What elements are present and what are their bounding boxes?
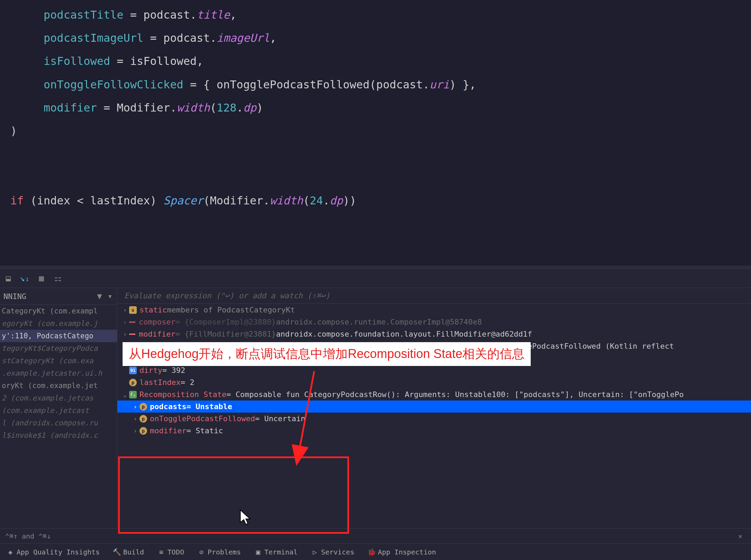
annotation-arrow (183, 369, 321, 470)
code-line-7: if (index < lastIndex) Spacer(Modifier.w… (0, 189, 751, 212)
var-static[interactable]: › s static members of PodcastCategoryKt (117, 304, 751, 316)
bug-icon: 🐞 (368, 549, 375, 556)
code-line-3: isFollowed = isFollowed, (0, 50, 751, 73)
expand-arrow[interactable]: › (131, 415, 139, 422)
mouse-cursor (240, 509, 253, 527)
settings-icon[interactable]: ⚏ (53, 273, 63, 283)
debug-body: NNING ▼ ▾ CategoryKt (com.exampl egoryKt… (0, 288, 751, 531)
shortcut-hint: ⌃⌘↑ and ⌃⌘↓ (5, 532, 735, 540)
static-icon: s (129, 306, 137, 314)
close-icon[interactable]: × (735, 532, 746, 540)
frame-item[interactable]: l$invoke$1 (androidx.c (0, 429, 117, 442)
calculator-icon[interactable]: ▦ (37, 273, 46, 283)
property-icon: p (139, 415, 147, 423)
frame-item[interactable]: 2 (com.example.jetcas (0, 392, 117, 404)
expand-arrow[interactable]: › (131, 427, 139, 434)
var-composer[interactable]: › composer = {ComposerImpl@23880} androi… (117, 316, 751, 328)
frame-item[interactable]: oryKt (com.example.jet (0, 379, 117, 392)
property-icon: p (129, 379, 137, 386)
code-line-4: onToggleFollowClicked = { onTogglePodcas… (0, 73, 751, 96)
step-into-icon[interactable]: ↘ᵢ (20, 273, 30, 283)
property-icon: p (139, 427, 147, 435)
var-modifier[interactable]: › modifier = {FillModifier@23881} androi… (117, 328, 751, 340)
debug-toolbar: ⬓ ↘ᵢ ▦ ⚏ (0, 269, 751, 288)
build-tab[interactable]: 🔨 Build (114, 548, 144, 556)
code-editor[interactable]: podcastTitle = podcast.title, podcastIma… (0, 0, 751, 266)
frame-item[interactable]: tegoryKt$CategoryPodca (0, 342, 117, 355)
code-blank (0, 166, 751, 189)
problems-tab[interactable]: ⊘ Problems (198, 548, 241, 556)
field-icon (129, 334, 135, 335)
toolbar-icon-1[interactable]: ⬓ (3, 273, 13, 283)
filter-icon[interactable]: ▼ (94, 291, 105, 301)
list-icon: ≡ (158, 549, 165, 556)
frame-item[interactable]: egoryKt (com.example.j (0, 317, 117, 330)
expand-arrow[interactable]: › (121, 318, 129, 326)
frame-item[interactable]: CategoryKt (com.exampl (0, 305, 117, 317)
expand-arrow[interactable]: › (121, 330, 129, 338)
collapse-arrow[interactable]: ⌄ (121, 391, 129, 398)
code-line-2: podcastImageUrl = podcast.imageUrl, (0, 27, 751, 50)
debug-panel: ⬓ ↘ᵢ ▦ ⚏ NNING ▼ ▾ CategoryKt (com.examp… (0, 269, 751, 531)
frames-panel: NNING ▼ ▾ CategoryKt (com.exampl egoryKt… (0, 288, 117, 531)
app-quality-tab[interactable]: ◈ App Quality Insights (7, 548, 100, 556)
hammer-icon: 🔨 (114, 549, 121, 556)
services-tab[interactable]: ▷ Services (311, 548, 354, 556)
watch-input[interactable]: Evaluate expression (⌃↩) or add a watch … (117, 288, 751, 304)
code-line-6: ) (0, 119, 751, 143)
frame-item[interactable]: .example.jetcaster.ui.h (0, 367, 117, 379)
app-inspection-tab[interactable]: 🐞 App Inspection (368, 548, 436, 556)
panel-divider[interactable] (0, 266, 751, 269)
frame-item[interactable]: l (androidx.compose.ru (0, 417, 117, 429)
status-bar: ◈ App Quality Insights 🔨 Build ≡ TODO ⊘ … (0, 543, 751, 560)
function-icon: fₓ (129, 391, 137, 398)
frame-item[interactable]: (com.example.jetcast (0, 404, 117, 417)
expand-arrow[interactable]: › (131, 403, 139, 410)
code-line-1: podcastTitle = podcast.title, (0, 3, 751, 27)
field-icon (129, 321, 135, 323)
frame-item[interactable]: stCategoryKt (com.exa (0, 355, 117, 367)
code-blank (0, 143, 751, 166)
frame-item-active[interactable]: y':110, PodcastCatego (0, 330, 117, 342)
dropdown-icon[interactable]: ▾ (105, 291, 115, 301)
frames-header: NNING ▼ ▾ (0, 288, 117, 305)
frames-status: NNING (2, 292, 94, 301)
diamond-icon: ◈ (7, 549, 14, 556)
svg-line-1 (297, 371, 314, 463)
terminal-icon: ▣ (255, 549, 262, 556)
property-icon: p (139, 403, 147, 411)
int-icon: 01 (129, 367, 137, 374)
expand-arrow[interactable]: › (121, 306, 129, 313)
todo-tab[interactable]: ≡ TODO (158, 548, 184, 556)
code-line-5: modifier = Modifier.width(128.dp) (0, 96, 751, 119)
annotation-callout: 从Hedgehog开始，断点调试信息中增加Recomposition State… (123, 342, 531, 366)
hint-bar: ⌃⌘↑ and ⌃⌘↓ × (0, 528, 751, 543)
play-icon: ▷ (311, 549, 318, 556)
warning-icon: ⊘ (198, 549, 205, 556)
terminal-tab[interactable]: ▣ Terminal (255, 548, 298, 556)
